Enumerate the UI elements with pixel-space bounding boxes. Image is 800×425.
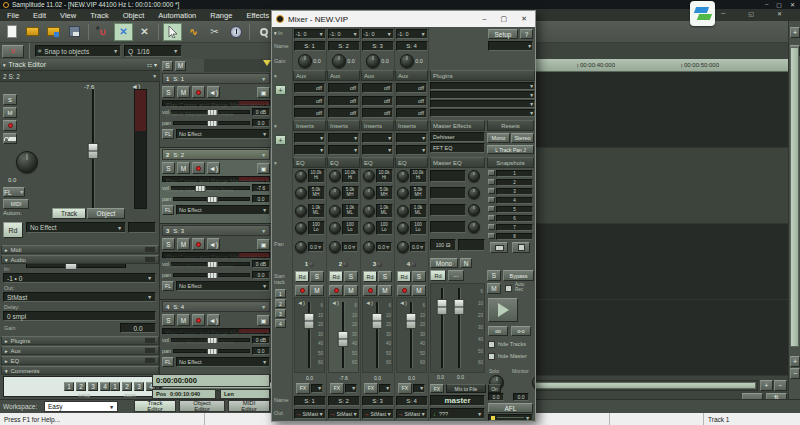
- record-button[interactable]: [295, 285, 309, 296]
- track-device-icon[interactable]: ▣: [257, 239, 270, 250]
- vertical-scrollbar[interactable]: [790, 47, 799, 347]
- insert-slot-1[interactable]: ▾: [362, 133, 393, 143]
- track-record-button[interactable]: [192, 238, 205, 250]
- menu-view[interactable]: View: [53, 11, 83, 20]
- reset-mono-button[interactable]: Mono: [487, 133, 510, 143]
- insert-slot-2[interactable]: ▾: [362, 145, 393, 155]
- eq-section-header[interactable]: EQ: [395, 157, 428, 168]
- pan-knob[interactable]: [363, 241, 375, 253]
- zoom-2-button[interactable]: 2: [122, 382, 132, 391]
- master-fader-right[interactable]: [458, 288, 461, 368]
- section-audio[interactable]: ▾Audio: [1, 255, 159, 264]
- all-solo-button[interactable]: S: [162, 61, 173, 71]
- mute-button[interactable]: M: [412, 285, 426, 296]
- object-editor-button[interactable]: Object Editor: [179, 400, 225, 412]
- insert-slot-2[interactable]: ▾: [294, 145, 325, 155]
- fx-button[interactable]: FX: [364, 383, 378, 394]
- hide-tracks-checkbox[interactable]: [488, 341, 495, 348]
- track-pan-slider[interactable]: [173, 273, 250, 277]
- plugin-slot-3[interactable]: ▾: [430, 100, 535, 108]
- eq-hi-knob[interactable]: [295, 170, 307, 182]
- eq-ml-knob[interactable]: [363, 205, 375, 217]
- gain-knob[interactable]: [332, 54, 346, 68]
- reset-stereo-button[interactable]: Stereo: [511, 133, 534, 143]
- snapshot-slot[interactable]: 1: [496, 170, 533, 177]
- snapshot-slot[interactable]: 2: [496, 179, 533, 186]
- track-solo-button[interactable]: S: [162, 314, 175, 326]
- eq-hi-knob[interactable]: [397, 170, 409, 182]
- aux-section-header[interactable]: Aux: [361, 70, 394, 81]
- track-monitor-speaker-icon[interactable]: ◄): [207, 162, 220, 174]
- dehisser-button[interactable]: Dehisser: [430, 132, 485, 142]
- snapshot-slot[interactable]: 8: [496, 233, 533, 240]
- add-insert-icon[interactable]: +: [275, 135, 286, 145]
- h-minus-button[interactable]: −: [774, 380, 787, 391]
- snapshot-store-button[interactable]: [488, 170, 495, 176]
- solo-button[interactable]: S: [344, 271, 358, 282]
- start-track-2-button[interactable]: 2: [275, 299, 286, 308]
- mixer-close-button[interactable]: ✕: [521, 15, 527, 23]
- master-eq-mh-knob[interactable]: [468, 187, 480, 199]
- save-icon[interactable]: [65, 23, 84, 41]
- auto-rec-checkbox[interactable]: [505, 285, 512, 292]
- pan-knob[interactable]: [295, 241, 307, 253]
- aux-send-1[interactable]: off: [328, 83, 359, 93]
- output-select[interactable]: →StMast▾: [328, 409, 360, 419]
- volume-fader[interactable]: [376, 302, 379, 368]
- master-eq-lo-knob[interactable]: [468, 221, 480, 233]
- track-record-button[interactable]: [192, 86, 205, 98]
- insert-slot-2[interactable]: ▾: [396, 145, 427, 155]
- aux-send-2[interactable]: off: [294, 96, 325, 106]
- eq-lo-knob[interactable]: [329, 222, 341, 234]
- mixer-title-bar[interactable]: Mixer - NEW.VIP – ▢ ✕: [272, 11, 535, 27]
- channel-input-select[interactable]: -1: 0▾: [396, 29, 428, 39]
- track-record-button[interactable]: [192, 314, 205, 326]
- eq-mh-knob[interactable]: [329, 187, 341, 199]
- insert-slot-1[interactable]: ▾: [396, 133, 427, 143]
- menu-object[interactable]: Object: [116, 11, 152, 20]
- volume-fader[interactable]: [410, 302, 413, 368]
- start-track-4-button[interactable]: 4: [275, 319, 286, 328]
- automation-tab-object[interactable]: Object: [87, 208, 125, 219]
- output-select[interactable]: →StMast▾: [396, 409, 428, 419]
- channel-input-select[interactable]: -1: 0▾: [328, 29, 360, 39]
- eq-hi-knob[interactable]: [363, 170, 375, 182]
- start-track-3-button[interactable]: 3: [275, 309, 286, 318]
- fft-eq-button[interactable]: FFT EQ: [430, 143, 485, 153]
- track-fl-button[interactable]: FL: [162, 281, 174, 291]
- aux-section-header[interactable]: Aux: [327, 70, 360, 81]
- magnet-button[interactable]: ∪: [2, 45, 24, 58]
- aux-send-2[interactable]: off: [362, 96, 393, 106]
- channel-input-select[interactable]: -1: 0▾: [294, 29, 326, 39]
- track-fl-button[interactable]: FL: [162, 129, 174, 139]
- snapshot-store-button[interactable]: [488, 215, 495, 221]
- mute-button[interactable]: M: [310, 285, 324, 296]
- track-fl-button[interactable]: FL: [162, 205, 174, 215]
- fx-select[interactable]: ▾: [379, 384, 391, 393]
- master-read-button[interactable]: Rd: [430, 270, 446, 281]
- snapshot-store-button[interactable]: [488, 224, 495, 230]
- section-comments[interactable]: ▾Comments: [1, 366, 159, 375]
- eq-section-header[interactable]: EQ: [361, 157, 394, 168]
- unlink-faders-button[interactable]: o-o: [511, 326, 531, 336]
- gain-knob[interactable]: [366, 54, 380, 68]
- snapshot-load-folder-icon[interactable]: [490, 242, 508, 253]
- snapshot-slot[interactable]: 4: [496, 197, 533, 204]
- mute-button[interactable]: M: [378, 285, 392, 296]
- gain-knob[interactable]: [400, 54, 414, 68]
- curve-tool-icon[interactable]: ∿: [184, 23, 203, 41]
- track-solo-button[interactable]: S: [162, 162, 175, 174]
- fx-button[interactable]: FX: [296, 383, 310, 394]
- track-pan-slider[interactable]: [173, 121, 250, 125]
- play-button[interactable]: [488, 298, 518, 322]
- menu-edit[interactable]: Edit: [26, 11, 53, 20]
- v-plus-button[interactable]: +: [790, 356, 800, 367]
- monitor-mode-select[interactable]: ▾: [488, 414, 533, 421]
- aux-send-1[interactable]: off: [362, 83, 393, 93]
- read-automation-button[interactable]: Rd: [363, 271, 377, 282]
- collapse-eq-icon[interactable]: ▾: [274, 160, 277, 166]
- setup-1-button[interactable]: 1: [64, 382, 74, 391]
- fx-select[interactable]: ▾: [413, 384, 425, 393]
- section-midi[interactable]: ▸Midi: [1, 245, 159, 254]
- master-effects-header[interactable]: Master Effects: [430, 120, 485, 131]
